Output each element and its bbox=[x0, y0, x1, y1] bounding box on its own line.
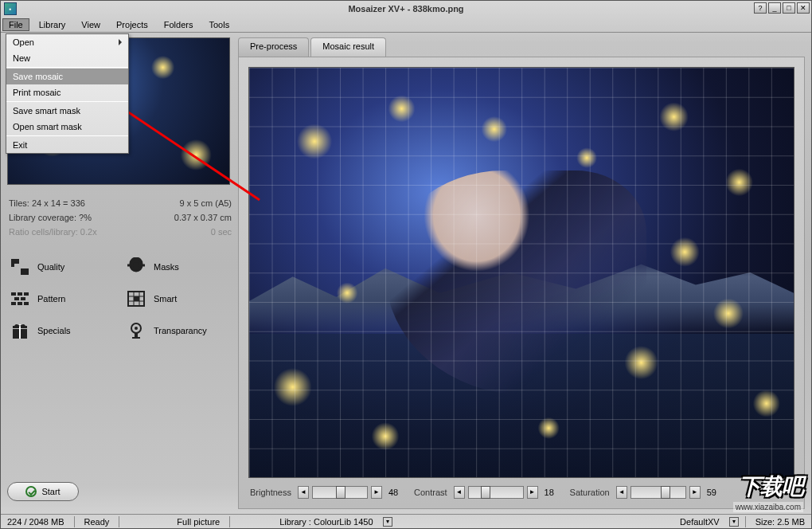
contrast-track[interactable] bbox=[468, 486, 524, 499]
quality-icon bbox=[9, 257, 31, 277]
close-button[interactable]: ✕ bbox=[797, 2, 810, 14]
svg-rect-2 bbox=[11, 292, 16, 296]
contrast-dec[interactable]: ◄ bbox=[454, 486, 465, 499]
status-size: Size: 2.5 MB bbox=[752, 517, 808, 527]
contrast-value: 18 bbox=[545, 488, 564, 497]
menu-label: Save mosaic bbox=[13, 72, 63, 81]
submenu-arrow-icon bbox=[119, 39, 122, 45]
menu-view[interactable]: View bbox=[75, 18, 107, 31]
svg-rect-6 bbox=[21, 297, 25, 300]
file-exit[interactable]: Exit bbox=[6, 137, 128, 153]
saturation-dec[interactable]: ◄ bbox=[616, 486, 627, 499]
start-button[interactable]: Start bbox=[7, 482, 79, 501]
tool-smart[interactable]: Smart bbox=[123, 285, 233, 312]
tab-body: Brightness ◄ ► 48 Contrast ◄ ► 18 Satura bbox=[238, 57, 805, 509]
tool-specials[interactable]: Specials bbox=[7, 317, 117, 344]
titlebar: ▪ Mosaizer XV+ - 838kmo.png ? _ □ ✕ bbox=[1, 1, 811, 17]
saturation-slider: ◄ ► bbox=[616, 486, 701, 499]
pattern-icon bbox=[9, 288, 31, 309]
watermark-logo: 下载吧 bbox=[739, 472, 803, 502]
tab-mosaic-result[interactable]: Mosaic result bbox=[310, 37, 386, 57]
contrast-thumb[interactable] bbox=[481, 486, 490, 499]
tool-pattern[interactable]: Pattern bbox=[7, 285, 117, 312]
tool-label: Smart bbox=[154, 294, 177, 304]
tool-grid: Quality Masks Pattern Smart Specials Tra… bbox=[7, 253, 233, 344]
menu-library[interactable]: Library bbox=[33, 18, 72, 31]
tool-quality[interactable]: Quality bbox=[7, 253, 117, 280]
saturation-label: Saturation bbox=[570, 488, 610, 497]
svg-rect-5 bbox=[14, 297, 19, 300]
start-label: Start bbox=[41, 487, 60, 496]
brightness-value: 48 bbox=[388, 488, 408, 497]
maximize-button[interactable]: □ bbox=[783, 2, 795, 14]
file-new[interactable]: New bbox=[6, 50, 128, 66]
menu-separator bbox=[6, 67, 128, 68]
stat-time: 0 sec bbox=[211, 227, 232, 237]
mosaic-grid-overlay bbox=[249, 68, 794, 477]
status-fullpicture: Full picture bbox=[174, 517, 223, 527]
stat-row: Ratio cells/library: 0.2x0 sec bbox=[7, 225, 233, 239]
brightness-inc[interactable]: ► bbox=[371, 486, 382, 499]
file-open[interactable]: Open bbox=[6, 34, 128, 50]
watermark: 下载吧 www.xiazaiba.com bbox=[733, 472, 803, 512]
tab-preprocess[interactable]: Pre-process bbox=[238, 37, 309, 57]
saturation-value: 59 bbox=[707, 488, 726, 497]
brightness-slider: ◄ ► bbox=[298, 486, 382, 499]
tabs: Pre-process Mosaic result bbox=[238, 37, 805, 57]
menu-folders[interactable]: Folders bbox=[158, 18, 200, 31]
check-icon bbox=[25, 486, 37, 497]
minimize-button[interactable]: _ bbox=[768, 2, 781, 14]
svg-rect-15 bbox=[134, 296, 139, 301]
status-ready: Ready bbox=[81, 517, 113, 527]
tool-masks[interactable]: Masks bbox=[123, 253, 233, 280]
svg-rect-9 bbox=[24, 302, 29, 305]
saturation-thumb[interactable] bbox=[661, 486, 670, 499]
tool-label: Specials bbox=[37, 326, 71, 335]
brightness-label: Brightness bbox=[250, 488, 291, 497]
library-toggle[interactable]: ▾ bbox=[383, 517, 392, 527]
brightness-track[interactable] bbox=[312, 486, 368, 499]
menu-label: Save smart mask bbox=[13, 106, 80, 116]
sliders-row: Brightness ◄ ► 48 Contrast ◄ ► 18 Satura bbox=[248, 486, 794, 499]
help-button[interactable]: ? bbox=[754, 2, 767, 14]
file-menu-dropdown: Open New Save mosaic Print mosaic Save s… bbox=[6, 33, 129, 154]
status-separator bbox=[74, 516, 75, 527]
stat-tiles: Tiles: 24 x 14 = 336 bbox=[9, 198, 85, 208]
brightness-thumb[interactable] bbox=[336, 486, 345, 499]
tool-label: Transparancy bbox=[154, 326, 207, 335]
brightness-dec[interactable]: ◄ bbox=[298, 486, 309, 499]
menu-label: Open bbox=[13, 37, 34, 47]
file-save-mosaic[interactable]: Save mosaic bbox=[6, 69, 128, 84]
contrast-inc[interactable]: ► bbox=[527, 486, 538, 499]
saturation-track[interactable] bbox=[630, 486, 686, 499]
masks-icon bbox=[125, 257, 147, 277]
tool-label: Masks bbox=[154, 262, 179, 272]
transparency-icon bbox=[125, 320, 147, 341]
menu-projects[interactable]: Projects bbox=[110, 18, 154, 31]
menu-tools[interactable]: Tools bbox=[202, 18, 236, 31]
app-window: ▪ Mosaizer XV+ - 838kmo.png ? _ □ ✕ File… bbox=[0, 0, 812, 529]
file-save-smart-mask[interactable]: Save smart mask bbox=[6, 103, 128, 119]
menu-label: Open smart mask bbox=[13, 122, 82, 131]
stats-panel: Tiles: 24 x 14 = 3369 x 5 cm (A5) Librar… bbox=[7, 196, 233, 239]
svg-rect-8 bbox=[18, 302, 22, 305]
status-default: DefaultXV bbox=[677, 517, 723, 527]
menu-label: New bbox=[13, 53, 30, 63]
tool-transparency[interactable]: Transparancy bbox=[123, 317, 233, 344]
smart-icon bbox=[125, 288, 147, 309]
file-open-smart-mask[interactable]: Open smart mask bbox=[6, 119, 128, 135]
menu-separator bbox=[6, 135, 128, 136]
status-separator bbox=[745, 516, 746, 527]
svg-rect-22 bbox=[132, 337, 140, 339]
default-toggle[interactable]: ▾ bbox=[729, 517, 739, 527]
status-library: Library : ColourLib 1450 bbox=[276, 517, 376, 527]
file-print-mosaic[interactable]: Print mosaic bbox=[6, 84, 128, 100]
window-buttons: ? _ □ ✕ bbox=[754, 2, 810, 14]
svg-rect-3 bbox=[18, 292, 22, 296]
watermark-url: www.xiazaiba.com bbox=[733, 502, 803, 512]
menu-file[interactable]: File bbox=[2, 18, 29, 31]
preview-canvas[interactable] bbox=[248, 67, 794, 478]
stat-cell: 0.37 x 0.37 cm bbox=[174, 213, 232, 222]
status-separator bbox=[119, 516, 119, 527]
saturation-inc[interactable]: ► bbox=[689, 486, 701, 499]
